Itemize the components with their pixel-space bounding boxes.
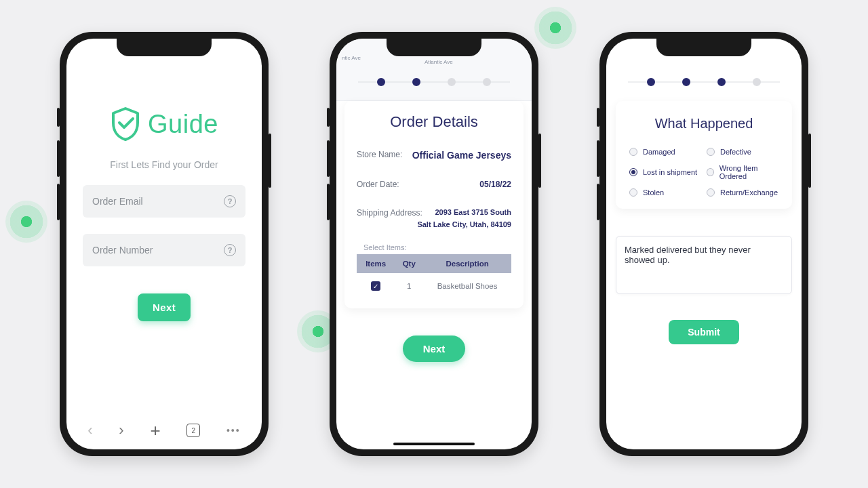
item-description: Basketball Shoes	[423, 273, 511, 299]
shipping-address-line1: 2093 East 3715 South	[435, 208, 511, 218]
marketing-stage: Guide First Lets Find your Order Order E…	[0, 0, 868, 488]
order-details-title: Order Details	[357, 113, 511, 131]
what-happened-screen: What Happened DamagedDefectiveLost in sh…	[606, 39, 802, 449]
radio-icon[interactable]	[629, 148, 637, 156]
order-date-label: Order Date:	[357, 180, 399, 189]
next-button[interactable]: Next	[138, 293, 191, 321]
reason-option[interactable]: Lost in shipment	[629, 164, 701, 180]
help-icon[interactable]: ?	[224, 195, 236, 207]
beacon-decoration	[5, 201, 47, 243]
find-order-screen: Guide First Lets Find your Order Order E…	[66, 39, 262, 449]
tab-count[interactable]: 2	[186, 424, 200, 437]
shipping-address-label: Shipping Address:	[357, 208, 422, 218]
step-dot	[412, 78, 420, 86]
reason-label: Return/Exchange	[720, 188, 778, 197]
find-order-subtitle: First Lets Find your Order	[66, 159, 262, 170]
store-value: Official Game Jerseys	[412, 150, 511, 161]
next-button[interactable]: Next	[403, 336, 466, 362]
reason-label: Stolen	[643, 188, 664, 197]
reason-label: Wrong Item Ordered	[719, 164, 778, 180]
store-label: Store Name:	[357, 150, 402, 161]
new-tab-icon[interactable]: +	[150, 420, 160, 441]
submit-button[interactable]: Submit	[669, 320, 738, 344]
what-happened-card: What Happened DamagedDefectiveLost in sh…	[616, 101, 792, 209]
items-table: Items Qty Description ✓ 1 Basketball Sho…	[357, 254, 511, 299]
radio-icon[interactable]	[629, 168, 637, 176]
beacon-decoration	[534, 7, 576, 49]
phone-frame: Guide First Lets Find your Order Order E…	[60, 32, 269, 456]
progress-steps	[606, 78, 802, 86]
order-email-placeholder: Order Email	[92, 196, 143, 207]
phone-screen: ntic Ave Atlantic Ave Order Details	[336, 39, 532, 449]
reason-option[interactable]: Damaged	[629, 148, 701, 156]
step-dot	[448, 78, 456, 86]
order-email-field[interactable]: Order Email ?	[83, 185, 245, 218]
phone-notch	[656, 39, 751, 56]
reason-option[interactable]: Stolen	[629, 188, 701, 197]
reason-label: Damaged	[643, 148, 675, 156]
reason-option[interactable]: Defective	[707, 148, 778, 156]
more-icon[interactable]: •••	[226, 425, 241, 436]
radio-icon[interactable]	[707, 148, 715, 156]
phone-mockup-find-order: Guide First Lets Find your Order Order E…	[60, 32, 269, 456]
order-details-screen: Order Details Store Name: Official Game …	[336, 39, 532, 449]
order-date-row: Order Date: 05/18/22	[357, 180, 511, 189]
reason-options: DamagedDefectiveLost in shipmentWrong It…	[629, 148, 778, 197]
step-dot	[717, 78, 726, 86]
item-qty: 1	[395, 273, 423, 299]
item-checkbox[interactable]: ✓	[371, 281, 380, 291]
shield-icon	[110, 106, 141, 142]
order-details-card: Order Details Store Name: Official Game …	[344, 101, 524, 308]
home-indicator	[393, 443, 475, 445]
col-qty: Qty	[395, 254, 423, 273]
order-date-value: 05/18/22	[479, 180, 511, 189]
store-row: Store Name: Official Game Jerseys	[357, 150, 511, 161]
step-dot	[753, 78, 761, 86]
col-description: Description	[423, 254, 511, 273]
help-icon[interactable]: ?	[224, 244, 236, 256]
radio-icon[interactable]	[629, 188, 637, 197]
reason-label: Defective	[720, 148, 751, 156]
notes-textarea[interactable]: Marked delivered but they never showed u…	[616, 236, 792, 294]
select-items-label: Select Items:	[363, 243, 511, 251]
shipping-address-line2: Salt Lake City, Utah, 84109	[357, 220, 511, 228]
phone-mockup-what-happened: What Happened DamagedDefectiveLost in sh…	[599, 32, 808, 456]
reason-label: Lost in shipment	[643, 168, 697, 176]
step-dot	[483, 78, 491, 86]
phone-frame: What Happened DamagedDefectiveLost in sh…	[599, 32, 808, 456]
shipping-address-row: Shipping Address: 2093 East 3715 South	[357, 208, 511, 218]
what-happened-title: What Happened	[629, 116, 778, 131]
phone-screen: What Happened DamagedDefectiveLost in sh…	[606, 39, 802, 449]
phone-notch	[117, 39, 212, 56]
step-dot	[377, 78, 385, 86]
phone-screen: Guide First Lets Find your Order Order E…	[66, 39, 262, 449]
browser-toolbar: ‹ › + 2 •••	[66, 414, 262, 447]
forward-icon[interactable]: ›	[119, 422, 123, 439]
step-dot	[647, 78, 655, 86]
col-items: Items	[357, 254, 395, 273]
brand-name: Guide	[148, 110, 218, 139]
reason-option[interactable]: Return/Exchange	[707, 188, 778, 197]
table-row[interactable]: ✓ 1 Basketball Shoes	[357, 273, 511, 299]
step-dot	[682, 78, 690, 86]
order-number-field[interactable]: Order Number ?	[83, 234, 245, 266]
progress-steps	[336, 78, 532, 86]
order-number-placeholder: Order Number	[92, 245, 153, 256]
phone-mockup-order-details: ntic Ave Atlantic Ave Order Details	[330, 32, 538, 456]
back-icon[interactable]: ‹	[87, 422, 92, 439]
phone-frame: ntic Ave Atlantic Ave Order Details	[330, 32, 538, 456]
radio-icon[interactable]	[707, 168, 714, 176]
brand-logo: Guide	[66, 106, 262, 142]
notes-text: Marked delivered but they never showed u…	[625, 245, 751, 265]
radio-icon[interactable]	[707, 188, 715, 197]
reason-option[interactable]: Wrong Item Ordered	[707, 164, 778, 180]
phone-notch	[387, 39, 481, 56]
